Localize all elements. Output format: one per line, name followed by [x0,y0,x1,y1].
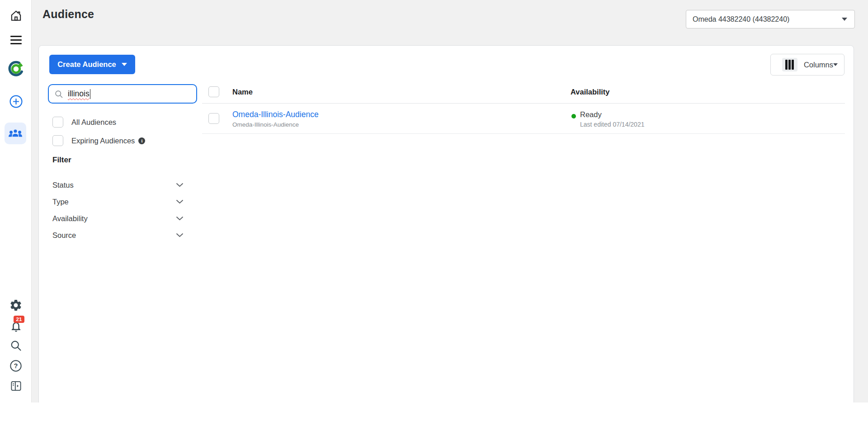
filter-group-availability[interactable]: Availability [52,213,184,224]
expiring-audiences-label: Expiring Audiences [71,137,135,145]
all-audiences-checkbox[interactable] [52,117,63,128]
text-cursor [90,89,91,99]
select-all-checkbox[interactable] [208,86,219,97]
sidebar-item-search[interactable] [0,339,32,352]
audience-name-link[interactable]: Omeda-Illinois-Audience [232,110,319,119]
plus-circle-icon [9,95,23,109]
sidebar-item-menu[interactable] [0,35,32,45]
chevron-down-icon [176,199,184,204]
row-checkbox[interactable] [208,113,219,124]
create-audience-button[interactable]: Create Audience [49,55,135,74]
filter-group-label: Availability [52,214,88,223]
search-input-value: illinois [68,89,90,99]
expiring-audiences-option[interactable]: Expiring Audiences i [52,135,145,146]
sidebar-item-logo[interactable] [0,60,32,78]
magnifier-icon [54,90,63,99]
notification-count-badge: 21 [14,316,24,323]
sidebar-item-home[interactable] [0,9,32,22]
filter-group-type[interactable]: Type [52,196,184,207]
create-audience-label: Create Audience [57,60,116,69]
help-icon: ? [9,360,22,372]
columns-icon [782,58,797,71]
audience-page: 21 ? [0,0,868,426]
home-icon [9,9,23,22]
filter-group-label: Source [52,231,76,240]
chevron-down-icon [176,233,184,237]
chevron-down-icon [842,18,847,21]
audience-description: Omeda-Illinois-Audience [232,121,299,128]
chevron-down-icon [176,216,184,221]
sidebar-item-create[interactable] [0,95,32,109]
search-icon [9,339,22,352]
availability-status: Ready [580,110,602,119]
filter-group-status[interactable]: Status [52,180,184,190]
sidebar-item-settings[interactable] [0,298,32,312]
search-input[interactable]: illinois [48,84,197,104]
last-edited-note: Last edited 07/14/2021 [580,121,644,128]
all-audiences-label: All Audiences [71,118,116,127]
all-audiences-option[interactable]: All Audiences [52,117,116,128]
ready-status-dot [571,114,576,118]
sidebar: 21 ? [0,0,32,402]
page-title: Audience [42,8,94,21]
gear-icon [9,298,23,312]
account-selector-dropdown[interactable]: Omeda 44382240 (44382240) [686,10,855,28]
hamburger-menu-icon [10,35,22,45]
app-logo-icon [7,60,25,78]
account-selector-value: Omeda 44382240 (44382240) [693,15,842,24]
table-header-row: Name Availability [202,81,845,104]
filter-group-label: Status [52,181,74,189]
svg-text:?: ? [14,362,18,369]
side-panel-toggle-icon [10,380,22,392]
column-header-availability: Availability [571,88,610,96]
sidebar-item-help[interactable]: ? [0,360,32,372]
sidebar-item-audiences[interactable] [5,123,26,144]
chevron-down-icon [833,63,838,66]
sidebar-item-collapse-panel[interactable] [0,380,32,392]
columns-label: Columns [804,61,833,69]
chevron-down-icon [122,63,127,66]
filter-group-source[interactable]: Source [52,230,184,241]
columns-button[interactable]: Columns [770,54,844,76]
expiring-audiences-checkbox[interactable] [52,135,63,146]
column-header-name: Name [232,88,253,96]
bottom-whitespace [0,402,868,426]
audience-panel: Create Audience Columns illinois All Aud… [38,45,854,407]
info-icon[interactable]: i [138,137,145,144]
filter-group-label: Type [52,198,69,206]
chevron-down-icon [176,183,184,187]
table-row: Omeda-Illinois-Audience Omeda-Illinois-A… [202,104,845,134]
audiences-people-icon [8,126,23,141]
audience-table: Name Availability Omeda-Illinois-Audienc… [202,81,845,134]
filter-heading: Filter [52,156,71,165]
